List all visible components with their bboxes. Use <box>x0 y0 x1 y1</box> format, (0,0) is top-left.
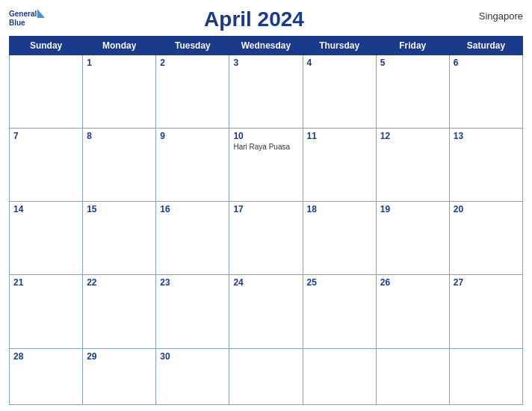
calendar-cell <box>376 348 449 405</box>
calendar-cell: 20 <box>449 202 522 275</box>
header-tuesday: Tuesday <box>156 37 229 55</box>
day-number: 22 <box>87 277 152 288</box>
calendar-cell: 18 <box>303 202 376 275</box>
svg-text:Blue: Blue <box>9 19 25 27</box>
calendar-cell: 4 <box>303 55 376 129</box>
day-number: 4 <box>307 58 372 68</box>
calendar-cell: 14 <box>10 202 83 275</box>
calendar-cell: 25 <box>303 275 376 348</box>
day-number: 26 <box>380 277 445 288</box>
day-number: 5 <box>380 58 445 68</box>
day-number: 29 <box>87 351 152 362</box>
calendar-cell: 5 <box>376 55 449 129</box>
calendar-week-row: 78910Hari Raya Puasa111213 <box>10 129 523 202</box>
title-block: April 2024 <box>45 7 463 31</box>
calendar-cell: 16 <box>156 202 229 275</box>
calendar-cell: 2 <box>156 55 229 129</box>
calendar-cell <box>10 55 83 129</box>
calendar-cell: 8 <box>83 129 156 202</box>
header-wednesday: Wednesday <box>229 37 303 55</box>
calendar-cell: 23 <box>156 275 229 348</box>
calendar-header: General Blue April 2024 Singapore <box>9 7 523 31</box>
calendar-page: General Blue April 2024 Singapore Sunday… <box>0 0 532 411</box>
logo-icon: General Blue <box>9 7 45 28</box>
calendar-cell: 29 <box>83 348 156 405</box>
calendar-week-row: 21222324252627 <box>10 275 523 348</box>
calendar-cell: 26 <box>376 275 449 348</box>
calendar-cell: 9 <box>156 129 229 202</box>
day-number: 13 <box>454 131 519 141</box>
day-number: 10 <box>233 131 298 141</box>
day-number: 1 <box>87 58 152 68</box>
header-saturday: Saturday <box>449 37 522 55</box>
day-number: 9 <box>160 131 225 141</box>
day-number: 14 <box>13 204 78 214</box>
region-label: Singapore <box>463 7 523 22</box>
day-number: 20 <box>454 204 519 214</box>
day-number: 7 <box>13 131 78 141</box>
day-number: 2 <box>160 58 225 68</box>
calendar-cell: 15 <box>83 202 156 275</box>
calendar-cell: 10Hari Raya Puasa <box>229 129 303 202</box>
event-label: Hari Raya Puasa <box>233 143 298 151</box>
calendar-cell: 11 <box>303 129 376 202</box>
header-friday: Friday <box>376 37 449 55</box>
day-number: 12 <box>380 131 445 141</box>
calendar-title: April 2024 <box>204 7 304 31</box>
day-number: 17 <box>233 204 298 214</box>
header-sunday: Sunday <box>10 37 83 55</box>
day-number: 8 <box>87 131 152 141</box>
day-number: 11 <box>307 131 372 141</box>
header-monday: Monday <box>83 37 156 55</box>
calendar-cell: 27 <box>449 275 522 348</box>
calendar-cell: 24 <box>229 275 303 348</box>
calendar-cell: 7 <box>10 129 83 202</box>
day-number: 27 <box>454 277 519 288</box>
calendar-cell: 1 <box>83 55 156 129</box>
day-number: 30 <box>160 351 225 362</box>
day-number: 24 <box>233 277 298 288</box>
day-number: 18 <box>307 204 372 214</box>
days-header-row: Sunday Monday Tuesday Wednesday Thursday… <box>10 37 523 55</box>
day-number: 3 <box>233 58 298 68</box>
day-number: 23 <box>160 277 225 288</box>
calendar-table: Sunday Monday Tuesday Wednesday Thursday… <box>9 36 523 405</box>
day-number: 25 <box>307 277 372 288</box>
svg-marker-2 <box>37 9 45 18</box>
calendar-cell: 28 <box>10 348 83 405</box>
calendar-cell: 19 <box>376 202 449 275</box>
day-number: 19 <box>380 204 445 214</box>
calendar-cell: 6 <box>449 55 522 129</box>
calendar-week-row: 282930 <box>10 348 523 405</box>
logo: General Blue <box>9 7 45 28</box>
calendar-cell: 12 <box>376 129 449 202</box>
calendar-week-row: 14151617181920 <box>10 202 523 275</box>
calendar-cell: 21 <box>10 275 83 348</box>
calendar-cell: 3 <box>229 55 303 129</box>
calendar-cell <box>449 348 522 405</box>
header-thursday: Thursday <box>303 37 376 55</box>
calendar-cell: 22 <box>83 275 156 348</box>
svg-text:General: General <box>9 10 37 18</box>
day-number: 15 <box>87 204 152 214</box>
day-number: 6 <box>454 58 519 68</box>
day-number: 16 <box>160 204 225 214</box>
day-number: 21 <box>13 277 78 288</box>
calendar-cell <box>229 348 303 405</box>
calendar-week-row: 123456 <box>10 55 523 129</box>
day-number: 28 <box>13 351 78 362</box>
calendar-cell: 30 <box>156 348 229 405</box>
calendar-cell <box>303 348 376 405</box>
calendar-cell: 17 <box>229 202 303 275</box>
calendar-cell: 13 <box>449 129 522 202</box>
